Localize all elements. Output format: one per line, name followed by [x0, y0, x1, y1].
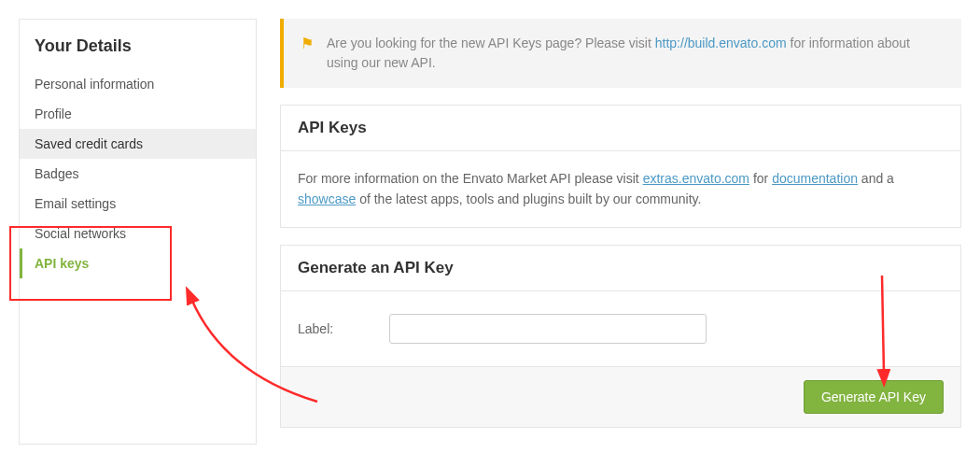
- sidebar-item-label: Social networks: [35, 226, 126, 241]
- sidebar-item-profile[interactable]: Profile: [20, 99, 256, 129]
- sidebar: Your Details Personal information Profil…: [19, 19, 257, 445]
- label-field-label: Label:: [298, 318, 333, 339]
- sidebar-item-social-networks[interactable]: Social networks: [20, 219, 256, 248]
- sidebar-item-label: API keys: [35, 256, 89, 271]
- sidebar-item-saved-cards[interactable]: Saved credit cards: [20, 129, 256, 159]
- notice-banner: ⚑ Are you looking for the new API Keys p…: [280, 19, 961, 88]
- showcase-link[interactable]: showcase: [298, 191, 356, 206]
- sidebar-item-label: Profile: [35, 106, 72, 121]
- body-text: and a: [858, 171, 894, 186]
- sidebar-item-label: Email settings: [35, 196, 116, 211]
- sidebar-item-personal-info[interactable]: Personal information: [20, 69, 256, 99]
- notice-pre: Are you looking for the new API Keys pag…: [327, 35, 655, 50]
- generate-panel: Generate an API Key Label: Generate API …: [280, 245, 961, 428]
- generate-body: Label:: [281, 291, 960, 366]
- label-input[interactable]: [389, 314, 707, 344]
- notice-text: Are you looking for the new API Keys pag…: [327, 34, 945, 73]
- sidebar-item-label: Personal information: [35, 77, 154, 92]
- api-keys-body: For more information on the Envato Marke…: [281, 151, 960, 227]
- api-keys-panel: API Keys For more information on the Env…: [280, 105, 961, 228]
- generate-title: Generate an API Key: [281, 246, 960, 291]
- body-text: For more information on the Envato Marke…: [298, 171, 643, 186]
- sidebar-header: Your Details: [20, 20, 256, 69]
- main-content: ⚑ Are you looking for the new API Keys p…: [280, 19, 961, 445]
- body-text: of the latest apps, tools and plugins bu…: [356, 191, 701, 206]
- sidebar-item-label: Badges: [35, 166, 78, 181]
- generate-footer: Generate API Key: [281, 366, 960, 427]
- sidebar-item-api-keys[interactable]: API keys: [20, 248, 256, 278]
- body-text: for: [749, 171, 772, 186]
- api-keys-title: API Keys: [281, 106, 960, 151]
- flag-icon: ⚑: [301, 34, 314, 73]
- docs-link[interactable]: documentation: [772, 171, 858, 186]
- sidebar-item-badges[interactable]: Badges: [20, 159, 256, 189]
- extras-link[interactable]: extras.envato.com: [643, 171, 749, 186]
- sidebar-item-label: Saved credit cards: [35, 136, 143, 151]
- label-row: Label:: [298, 308, 944, 349]
- sidebar-item-email-settings[interactable]: Email settings: [20, 189, 256, 219]
- generate-api-key-button[interactable]: Generate API Key: [804, 380, 944, 414]
- notice-link[interactable]: http://build.envato.com: [655, 35, 787, 50]
